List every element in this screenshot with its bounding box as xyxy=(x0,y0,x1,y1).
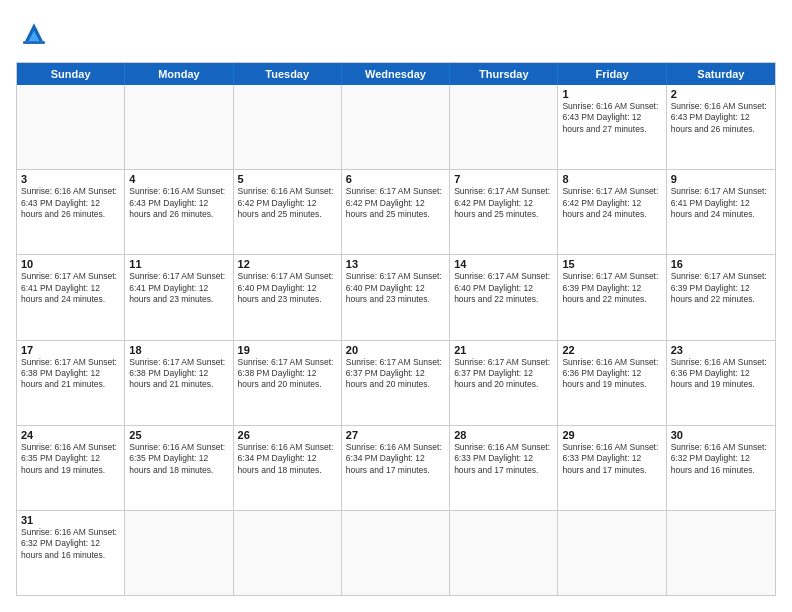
calendar-cell-empty-0-1 xyxy=(125,85,233,169)
day-number: 2 xyxy=(671,88,771,100)
day-number: 19 xyxy=(238,344,337,356)
day-info: Sunrise: 6:16 AM Sunset: 6:36 PM Dayligh… xyxy=(671,357,771,391)
calendar-cell-20: 20Sunrise: 6:17 AM Sunset: 6:37 PM Dayli… xyxy=(342,341,450,425)
day-number: 7 xyxy=(454,173,553,185)
day-info: Sunrise: 6:16 AM Sunset: 6:35 PM Dayligh… xyxy=(129,442,228,476)
day-number: 22 xyxy=(562,344,661,356)
day-number: 14 xyxy=(454,258,553,270)
calendar-cell-empty-0-3 xyxy=(342,85,450,169)
day-number: 17 xyxy=(21,344,120,356)
logo xyxy=(16,16,58,52)
calendar-row-2: 10Sunrise: 6:17 AM Sunset: 6:41 PM Dayli… xyxy=(17,254,775,339)
calendar-cell-6: 6Sunrise: 6:17 AM Sunset: 6:42 PM Daylig… xyxy=(342,170,450,254)
day-number: 9 xyxy=(671,173,771,185)
calendar-cell-15: 15Sunrise: 6:17 AM Sunset: 6:39 PM Dayli… xyxy=(558,255,666,339)
calendar-row-1: 3Sunrise: 6:16 AM Sunset: 6:43 PM Daylig… xyxy=(17,169,775,254)
day-number: 15 xyxy=(562,258,661,270)
calendar-cell-empty-0-4 xyxy=(450,85,558,169)
day-number: 11 xyxy=(129,258,228,270)
calendar-cell-31: 31Sunrise: 6:16 AM Sunset: 6:32 PM Dayli… xyxy=(17,511,125,595)
calendar-cell-21: 21Sunrise: 6:17 AM Sunset: 6:37 PM Dayli… xyxy=(450,341,558,425)
calendar-cell-7: 7Sunrise: 6:17 AM Sunset: 6:42 PM Daylig… xyxy=(450,170,558,254)
day-info: Sunrise: 6:16 AM Sunset: 6:32 PM Dayligh… xyxy=(21,527,120,561)
day-info: Sunrise: 6:17 AM Sunset: 6:37 PM Dayligh… xyxy=(346,357,445,391)
day-info: Sunrise: 6:16 AM Sunset: 6:32 PM Dayligh… xyxy=(671,442,771,476)
day-number: 21 xyxy=(454,344,553,356)
calendar-cell-12: 12Sunrise: 6:17 AM Sunset: 6:40 PM Dayli… xyxy=(234,255,342,339)
calendar-cell-9: 9Sunrise: 6:17 AM Sunset: 6:41 PM Daylig… xyxy=(667,170,775,254)
weekday-header-friday: Friday xyxy=(558,63,666,85)
day-info: Sunrise: 6:16 AM Sunset: 6:35 PM Dayligh… xyxy=(21,442,120,476)
calendar-cell-22: 22Sunrise: 6:16 AM Sunset: 6:36 PM Dayli… xyxy=(558,341,666,425)
day-info: Sunrise: 6:17 AM Sunset: 6:39 PM Dayligh… xyxy=(562,271,661,305)
day-info: Sunrise: 6:17 AM Sunset: 6:41 PM Dayligh… xyxy=(129,271,228,305)
day-info: Sunrise: 6:16 AM Sunset: 6:34 PM Dayligh… xyxy=(346,442,445,476)
day-number: 12 xyxy=(238,258,337,270)
day-number: 23 xyxy=(671,344,771,356)
calendar-cell-28: 28Sunrise: 6:16 AM Sunset: 6:33 PM Dayli… xyxy=(450,426,558,510)
header xyxy=(16,16,776,52)
calendar-cell-18: 18Sunrise: 6:17 AM Sunset: 6:38 PM Dayli… xyxy=(125,341,233,425)
calendar-row-4: 24Sunrise: 6:16 AM Sunset: 6:35 PM Dayli… xyxy=(17,425,775,510)
calendar-cell-11: 11Sunrise: 6:17 AM Sunset: 6:41 PM Dayli… xyxy=(125,255,233,339)
day-number: 30 xyxy=(671,429,771,441)
calendar-cell-30: 30Sunrise: 6:16 AM Sunset: 6:32 PM Dayli… xyxy=(667,426,775,510)
calendar-cell-25: 25Sunrise: 6:16 AM Sunset: 6:35 PM Dayli… xyxy=(125,426,233,510)
day-number: 31 xyxy=(21,514,120,526)
day-info: Sunrise: 6:17 AM Sunset: 6:42 PM Dayligh… xyxy=(346,186,445,220)
calendar-cell-26: 26Sunrise: 6:16 AM Sunset: 6:34 PM Dayli… xyxy=(234,426,342,510)
day-number: 28 xyxy=(454,429,553,441)
calendar-cell-23: 23Sunrise: 6:16 AM Sunset: 6:36 PM Dayli… xyxy=(667,341,775,425)
day-info: Sunrise: 6:16 AM Sunset: 6:36 PM Dayligh… xyxy=(562,357,661,391)
day-number: 20 xyxy=(346,344,445,356)
day-number: 3 xyxy=(21,173,120,185)
day-number: 13 xyxy=(346,258,445,270)
day-info: Sunrise: 6:16 AM Sunset: 6:43 PM Dayligh… xyxy=(129,186,228,220)
calendar-cell-3: 3Sunrise: 6:16 AM Sunset: 6:43 PM Daylig… xyxy=(17,170,125,254)
day-info: Sunrise: 6:16 AM Sunset: 6:33 PM Dayligh… xyxy=(562,442,661,476)
calendar-cell-5: 5Sunrise: 6:16 AM Sunset: 6:42 PM Daylig… xyxy=(234,170,342,254)
day-info: Sunrise: 6:17 AM Sunset: 6:39 PM Dayligh… xyxy=(671,271,771,305)
calendar-row-5: 31Sunrise: 6:16 AM Sunset: 6:32 PM Dayli… xyxy=(17,510,775,595)
day-number: 4 xyxy=(129,173,228,185)
day-info: Sunrise: 6:16 AM Sunset: 6:33 PM Dayligh… xyxy=(454,442,553,476)
day-number: 18 xyxy=(129,344,228,356)
day-number: 26 xyxy=(238,429,337,441)
weekday-header-monday: Monday xyxy=(125,63,233,85)
day-info: Sunrise: 6:17 AM Sunset: 6:40 PM Dayligh… xyxy=(346,271,445,305)
calendar-row-3: 17Sunrise: 6:17 AM Sunset: 6:38 PM Dayli… xyxy=(17,340,775,425)
day-info: Sunrise: 6:16 AM Sunset: 6:34 PM Dayligh… xyxy=(238,442,337,476)
day-info: Sunrise: 6:17 AM Sunset: 6:42 PM Dayligh… xyxy=(562,186,661,220)
calendar-cell-13: 13Sunrise: 6:17 AM Sunset: 6:40 PM Dayli… xyxy=(342,255,450,339)
day-number: 5 xyxy=(238,173,337,185)
day-number: 27 xyxy=(346,429,445,441)
weekday-header-thursday: Thursday xyxy=(450,63,558,85)
calendar-cell-empty-5-5 xyxy=(558,511,666,595)
calendar-cell-14: 14Sunrise: 6:17 AM Sunset: 6:40 PM Dayli… xyxy=(450,255,558,339)
calendar-cell-empty-0-2 xyxy=(234,85,342,169)
day-number: 29 xyxy=(562,429,661,441)
calendar: SundayMondayTuesdayWednesdayThursdayFrid… xyxy=(16,62,776,596)
day-number: 8 xyxy=(562,173,661,185)
day-info: Sunrise: 6:16 AM Sunset: 6:42 PM Dayligh… xyxy=(238,186,337,220)
calendar-cell-4: 4Sunrise: 6:16 AM Sunset: 6:43 PM Daylig… xyxy=(125,170,233,254)
day-number: 16 xyxy=(671,258,771,270)
day-info: Sunrise: 6:16 AM Sunset: 6:43 PM Dayligh… xyxy=(671,101,771,135)
calendar-cell-empty-0-0 xyxy=(17,85,125,169)
day-info: Sunrise: 6:17 AM Sunset: 6:41 PM Dayligh… xyxy=(21,271,120,305)
day-info: Sunrise: 6:17 AM Sunset: 6:37 PM Dayligh… xyxy=(454,357,553,391)
day-number: 6 xyxy=(346,173,445,185)
day-info: Sunrise: 6:17 AM Sunset: 6:40 PM Dayligh… xyxy=(454,271,553,305)
day-info: Sunrise: 6:16 AM Sunset: 6:43 PM Dayligh… xyxy=(562,101,661,135)
calendar-cell-2: 2Sunrise: 6:16 AM Sunset: 6:43 PM Daylig… xyxy=(667,85,775,169)
calendar-row-0: 1Sunrise: 6:16 AM Sunset: 6:43 PM Daylig… xyxy=(17,85,775,169)
weekday-header-saturday: Saturday xyxy=(667,63,775,85)
svg-rect-2 xyxy=(23,41,45,44)
weekday-header-wednesday: Wednesday xyxy=(342,63,450,85)
weekday-header-sunday: Sunday xyxy=(17,63,125,85)
calendar-cell-16: 16Sunrise: 6:17 AM Sunset: 6:39 PM Dayli… xyxy=(667,255,775,339)
day-info: Sunrise: 6:17 AM Sunset: 6:38 PM Dayligh… xyxy=(21,357,120,391)
calendar-cell-19: 19Sunrise: 6:17 AM Sunset: 6:38 PM Dayli… xyxy=(234,341,342,425)
weekday-header-tuesday: Tuesday xyxy=(234,63,342,85)
day-info: Sunrise: 6:16 AM Sunset: 6:43 PM Dayligh… xyxy=(21,186,120,220)
